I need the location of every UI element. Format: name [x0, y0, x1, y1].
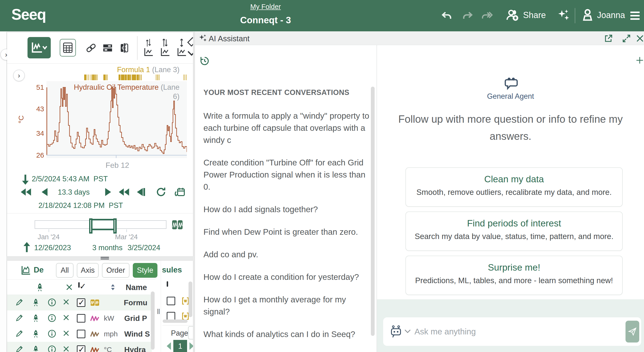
redo-icon[interactable] — [462, 10, 474, 22]
capsule-bar[interactable] — [132, 75, 136, 80]
capsule-bar[interactable] — [185, 75, 185, 80]
capsules-vscrollbar[interactable] — [188, 281, 192, 317]
send-button[interactable] — [626, 321, 639, 342]
capsule-bar[interactable] — [186, 75, 186, 80]
conversation-item[interactable]: How do I add signals together? — [204, 203, 370, 215]
capsule-bar[interactable] — [136, 75, 139, 80]
edit-pencil-icon[interactable] — [15, 329, 25, 339]
open-external-icon[interactable] — [604, 34, 613, 43]
step-to-end-icon[interactable] — [136, 187, 147, 197]
page-prev-icon[interactable] — [167, 342, 171, 350]
info-icon[interactable] — [48, 345, 57, 352]
capsule-bar[interactable] — [84, 75, 86, 80]
display-range-start[interactable]: 2/5/2024 5:43 AM PST — [32, 175, 108, 183]
ask-input[interactable]: Ask me anything — [383, 317, 641, 346]
select-all-checkbox[interactable] — [78, 282, 80, 288]
robot-icon[interactable] — [390, 325, 402, 338]
capsule-bar[interactable] — [95, 75, 96, 80]
row-checkbox[interactable] — [77, 345, 85, 352]
suggestion-card[interactable]: Surprise me!Predictions, ML, tables, and… — [406, 256, 623, 295]
conversation-item[interactable]: Create condition "Turbine Off" for each … — [204, 156, 370, 193]
capsule-bar[interactable] — [127, 75, 130, 80]
conversation-item[interactable]: How do I create a condition for yesterda… — [204, 271, 370, 283]
remove-all-icon[interactable] — [65, 283, 74, 291]
capsule-checkbox[interactable] — [167, 312, 175, 320]
row-checkbox[interactable] — [77, 314, 85, 322]
table-view-button[interactable] — [60, 39, 76, 57]
capsule-bar[interactable] — [157, 75, 158, 80]
table-row[interactable]: mphWind S — [7, 326, 152, 342]
labels-tag-icon[interactable] — [187, 37, 193, 47]
row-name[interactable]: Formu — [124, 298, 150, 307]
lane3-label[interactable]: Formula 1 (Lane 3) — [117, 66, 180, 74]
capsule-row[interactable] — [167, 297, 190, 305]
expand-trend-tools-button[interactable]: › — [13, 70, 25, 81]
edit-pencil-icon[interactable] — [15, 298, 25, 307]
conversation-item[interactable]: What kinds of analytics can I do in Seeq… — [204, 328, 370, 340]
rocket-icon[interactable] — [31, 345, 41, 352]
expand-panel-icon[interactable] — [622, 34, 631, 43]
investigate-range-duration[interactable]: 3 months — [92, 243, 123, 252]
lane6-label[interactable]: Hydraulic Oil Temperature (Lane6) — [74, 83, 180, 101]
investigate-range-start[interactable]: 12/26/2023 — [34, 243, 71, 252]
row-checkbox[interactable] — [77, 298, 85, 307]
hamburger-menu-icon[interactable] — [629, 10, 641, 22]
suggestion-card[interactable]: Clean my dataSmooth, remove outliers, re… — [406, 167, 623, 207]
suggestion-title[interactable]: Find periods of interest — [406, 218, 622, 229]
suggestion-title[interactable]: Clean my data — [406, 174, 622, 184]
capsule-bar[interactable] — [125, 75, 127, 80]
capsule-bar[interactable] — [159, 75, 159, 80]
capsule-bar[interactable] — [93, 75, 95, 80]
trend-view-button[interactable] — [28, 37, 51, 58]
rocket-icon[interactable] — [31, 313, 41, 323]
rocket-icon[interactable] — [31, 329, 41, 339]
conversations-scrollbar[interactable] — [371, 87, 375, 336]
redo-all-icon[interactable] — [481, 10, 493, 22]
remove-icon[interactable] — [62, 345, 72, 352]
range-start-arrow-icon[interactable] — [20, 174, 31, 185]
capsule-row[interactable] — [167, 312, 190, 320]
seeq-logo[interactable]: Seeq — [12, 6, 46, 23]
tab-style[interactable]: Style — [133, 263, 158, 278]
step-back-icon[interactable] — [40, 187, 51, 197]
selection-right-handle[interactable] — [113, 218, 117, 234]
info-icon[interactable] — [48, 329, 57, 339]
capsule-bar[interactable] — [184, 75, 184, 80]
step-back-full-icon[interactable] — [20, 187, 31, 197]
capsule-bar[interactable] — [88, 75, 88, 80]
breadcrumb[interactable]: My Folder — [250, 3, 281, 11]
details-scrollbar[interactable] — [151, 291, 154, 350]
row-name[interactable]: Grid P — [124, 314, 151, 323]
selection-left-handle[interactable] — [89, 218, 92, 234]
new-conversation-plus-icon[interactable] — [636, 56, 644, 65]
row-name[interactable]: Hydra — [124, 345, 151, 352]
user-menu[interactable]: Joanna — [582, 9, 625, 22]
capsules-hscrollbar[interactable] — [163, 319, 188, 323]
remove-icon[interactable] — [62, 298, 72, 307]
row-checkbox[interactable] — [77, 330, 85, 338]
lanes-icon[interactable] — [102, 42, 113, 54]
link-icon[interactable] — [85, 42, 97, 54]
panel-resize-handle[interactable] — [100, 257, 109, 260]
capsule-bar[interactable] — [121, 75, 124, 80]
remove-icon[interactable] — [62, 313, 72, 323]
capsule-bar[interactable] — [97, 75, 98, 80]
suggestion-card[interactable]: Find periods of interestSearch my data b… — [406, 211, 623, 251]
capsule-bar[interactable] — [141, 75, 142, 80]
info-icon[interactable] — [48, 313, 57, 323]
agent-select-chevron-icon[interactable] — [404, 329, 411, 334]
rearrange-lanes-icon[interactable] — [158, 38, 172, 58]
tab-axis[interactable]: Axis — [77, 263, 99, 278]
share-button[interactable]: Share — [504, 9, 546, 22]
tab-all[interactable]: All — [56, 263, 74, 278]
auto-update-icon[interactable] — [156, 187, 166, 197]
info-icon[interactable] — [48, 298, 57, 307]
edit-pencil-icon[interactable] — [15, 345, 25, 352]
remove-icon[interactable] — [62, 329, 72, 339]
edit-pencil-icon[interactable] — [15, 313, 25, 323]
timeline-selection[interactable] — [90, 219, 116, 230]
page-number-button[interactable]: 1 — [173, 340, 187, 352]
display-range-end[interactable]: 2/18/2024 12:08 PM PST — [38, 201, 123, 210]
suggestion-title[interactable]: Surprise me! — [406, 262, 622, 273]
capsule-lane[interactable] — [84, 75, 187, 80]
